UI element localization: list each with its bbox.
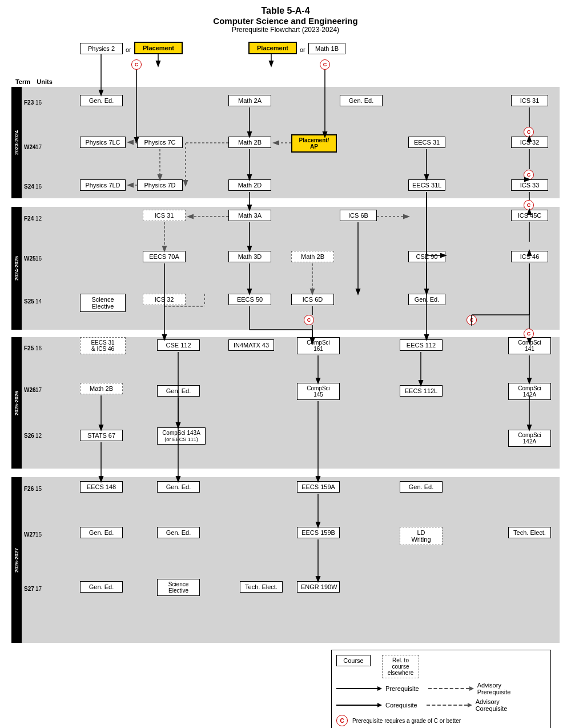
term-f23: F23 bbox=[24, 99, 34, 106]
term-header-label: Term bbox=[11, 78, 34, 85]
c-circle-1: C bbox=[131, 59, 142, 70]
legend: Course Rel. tocourseelsewhere Prerequisi… bbox=[331, 650, 551, 728]
c-circle-2: C bbox=[320, 59, 330, 70]
c-compsci141: C bbox=[524, 329, 534, 339]
physics7c: Physics 7C bbox=[137, 137, 183, 148]
math1b-box: Math 1B bbox=[308, 43, 345, 54]
math2b-w26: Math 2B bbox=[80, 383, 123, 394]
term-f26: F26 bbox=[24, 486, 34, 492]
gen-ed-s27: Gen. Ed. bbox=[80, 581, 123, 593]
year-2024-2025: 2024-2025 bbox=[11, 207, 22, 330]
cse90: CSE 90 bbox=[408, 251, 445, 262]
c-ics32: C bbox=[524, 127, 534, 137]
in4matx43: IN4MATX 43 bbox=[228, 339, 274, 351]
eecs112: EECS 112 bbox=[400, 339, 443, 351]
compsci143a: CompSci 143A(or EECS 111) bbox=[157, 427, 206, 445]
placement-ap: Placement/AP bbox=[291, 134, 337, 153]
science-elective-s27: ScienceElective bbox=[157, 579, 200, 596]
c-band2-right: C bbox=[467, 315, 477, 325]
or2-text: or bbox=[300, 46, 305, 53]
eecs159b: EECS 159B bbox=[297, 527, 340, 538]
term-f24: F24 bbox=[24, 215, 34, 222]
cse112: CSE 112 bbox=[157, 339, 200, 351]
legend-c-note: Prerequisite requires a grade of C or be… bbox=[352, 718, 461, 724]
term-s24: S24 bbox=[24, 183, 34, 190]
math3a: Math 3A bbox=[228, 210, 271, 221]
legend-c-circle: C bbox=[336, 715, 348, 726]
stats67: STATS 67 bbox=[80, 430, 123, 441]
gen-ed-w26: Gen. Ed. bbox=[157, 385, 200, 397]
compsci142a: CompSci142A bbox=[508, 430, 551, 447]
eecs148: EECS 148 bbox=[80, 481, 123, 493]
term-f25: F25 bbox=[24, 345, 34, 351]
band-2025-2026 bbox=[11, 337, 560, 469]
term-s27: S27 bbox=[24, 586, 34, 592]
physics2-box: Physics 2 bbox=[80, 43, 123, 54]
term-s26: S26 bbox=[24, 433, 34, 439]
ics6b: ICS 6B bbox=[340, 210, 377, 221]
gen-ed-w27-1: Gen. Ed. bbox=[80, 527, 123, 538]
legend-coreq-label: Corequisite bbox=[385, 702, 417, 709]
units-w24: 17 bbox=[35, 144, 42, 150]
c-ics6d: C bbox=[304, 315, 314, 325]
physics7ld: Physics 7LD bbox=[80, 179, 126, 191]
term-w24: W24 bbox=[24, 144, 36, 150]
legend-prereq-label: Prerequisite bbox=[385, 685, 419, 692]
physics7d: Physics 7D bbox=[137, 179, 183, 191]
science-elective-s25: ScienceElective bbox=[80, 294, 126, 312]
year-2025-2026: 2025-2026 bbox=[11, 337, 22, 469]
math2d: Math 2D bbox=[228, 179, 271, 191]
eecs159a: EECS 159A bbox=[297, 481, 340, 493]
gen-ed-f26: Gen. Ed. bbox=[157, 481, 200, 493]
ics31: ICS 31 bbox=[511, 95, 548, 106]
math2b-w24: Math 2B bbox=[228, 137, 271, 148]
units-header-label: Units bbox=[33, 78, 56, 85]
math2a: Math 2A bbox=[228, 95, 271, 106]
legend-course-box: Course bbox=[336, 655, 371, 666]
units-s27: 17 bbox=[35, 586, 42, 592]
eecs31: EECS 31 bbox=[408, 137, 445, 148]
or1-text: or bbox=[126, 46, 131, 53]
gen-ed-w27-2: Gen. Ed. bbox=[157, 527, 200, 538]
tech-elect-s27: Tech. Elect. bbox=[240, 581, 283, 593]
ld-writing: LDWriting bbox=[400, 527, 443, 545]
units-f26: 15 bbox=[35, 486, 42, 492]
placement1-box: Placement bbox=[134, 42, 183, 54]
year-2023-2024: 2023-2024 bbox=[11, 87, 22, 198]
units-s26: 12 bbox=[35, 433, 42, 439]
ics31-f24: ICS 31 bbox=[143, 210, 186, 221]
eecs31-ics46: EECS 31& ICS 46 bbox=[80, 337, 126, 354]
gen-ed-s25: Gen. Ed. bbox=[408, 294, 445, 305]
term-s25: S25 bbox=[24, 298, 34, 305]
placement2-box: Placement bbox=[248, 42, 297, 54]
tech-elect-w27: Tech. Elect. bbox=[508, 527, 551, 538]
ics45c: ICS 45C bbox=[511, 210, 548, 221]
compsci145: CompSci145 bbox=[297, 383, 340, 400]
eecs50: EECS 50 bbox=[228, 294, 271, 305]
math2b-w25: Math 2B bbox=[291, 251, 334, 262]
term-w26: W26 bbox=[24, 387, 36, 393]
compsci-alt: CompSci142A bbox=[508, 383, 551, 400]
ics32: ICS 32 bbox=[511, 137, 548, 148]
units-s25: 14 bbox=[35, 298, 42, 305]
units-w27: 15 bbox=[35, 531, 42, 538]
c-ics45c: C bbox=[524, 200, 534, 210]
table-subtitle: Prerequisite Flowchart (2023-2024) bbox=[3, 26, 568, 34]
compsci161: CompSci161 bbox=[297, 337, 340, 354]
page-header: Table 5-A-4 Computer Science and Enginee… bbox=[3, 6, 568, 34]
band-2026-2027 bbox=[11, 477, 560, 643]
units-w26: 17 bbox=[35, 387, 42, 393]
eecs31l: EECS 31L bbox=[408, 179, 445, 191]
legend-adv-coreq-label: AdvisoryCorequisite bbox=[476, 698, 508, 712]
units-f23: 16 bbox=[35, 99, 42, 106]
engr190w: ENGR 190W bbox=[297, 581, 340, 593]
legend-reltocourse-box: Rel. tocourseelsewhere bbox=[382, 655, 419, 678]
physics7lc: Physics 7LC bbox=[80, 137, 126, 148]
year-2026-2027: 2026-2027 bbox=[11, 477, 22, 643]
ics6d: ICS 6D bbox=[291, 294, 334, 305]
table-title: Computer Science and Engineering bbox=[3, 16, 568, 26]
term-w25: W25 bbox=[24, 255, 36, 262]
gen-ed-f26-2: Gen. Ed. bbox=[400, 481, 443, 493]
page-container: Table 5-A-4 Computer Science and Enginee… bbox=[0, 0, 571, 718]
legend-adv-prereq-label: AdvisoryPrerequisite bbox=[477, 682, 511, 695]
